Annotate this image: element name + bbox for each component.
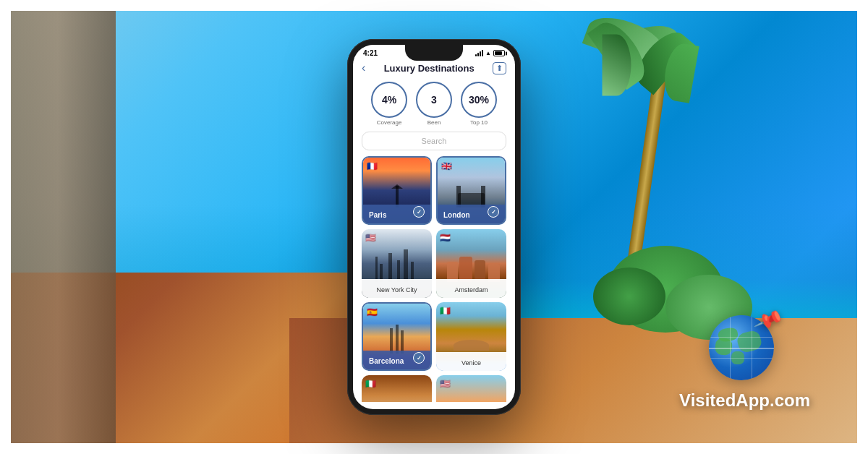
amsterdam-label: Amsterdam [436, 279, 506, 298]
stat-top10: 30% Top 10 [461, 82, 497, 126]
land-mass-3 [736, 329, 762, 354]
venice-name: Venice [461, 359, 481, 367]
been-ring: 3 [416, 82, 452, 118]
nyc-name: New York City [376, 286, 417, 294]
stat-been: 3 Been [416, 82, 452, 126]
nyc-label: New York City [362, 279, 432, 298]
phone-notch [405, 45, 463, 61]
london-name: London [443, 211, 470, 219]
rome-flag: 🇮🇹 [365, 379, 376, 389]
globe-icon: 📌 [709, 315, 781, 387]
venice-label: Venice [436, 352, 506, 371]
destination-rome[interactable]: 🇮🇹 Rome [362, 375, 432, 402]
amsterdam-flag: 🇳🇱 [440, 233, 451, 243]
destination-dubai[interactable]: 🇺🇸 Dubai [436, 375, 506, 402]
battery-fill [495, 51, 502, 55]
phone-device: 4:21 ▲ ‹ Luxury Destinations ⬆ [347, 39, 521, 415]
destination-grid: 🇫🇷 ✓ Paris 🇬🇧 ✓ [353, 156, 515, 402]
eiffel-top [391, 184, 403, 189]
paris-flag: 🇫🇷 [367, 161, 378, 171]
stat-coverage: 4% Coverage [371, 82, 407, 126]
search-bar[interactable]: Search [362, 132, 506, 150]
status-icons: ▲ [475, 50, 505, 56]
amsterdam-name: Amsterdam [454, 286, 488, 294]
phone-wrapper: 4:21 ▲ ‹ Luxury Destinations ⬆ [347, 39, 521, 415]
destination-barcelona[interactable]: 🇪🇸 ✓ Barcelona [362, 302, 432, 371]
destination-nyc[interactable]: 🇺🇸 New York City [362, 229, 432, 298]
barcelona-checkmark: ✓ [413, 352, 425, 364]
globe-equator [709, 348, 774, 349]
status-time: 4:21 [363, 49, 378, 57]
sagrada-tower2 [396, 325, 399, 354]
venice-flag: 🇮🇹 [440, 306, 451, 316]
globe-line-2 [709, 358, 774, 359]
app-title: Luxury Destinations [384, 63, 475, 74]
app-url: VisitedApp.com [679, 390, 810, 411]
london-flag: 🇬🇧 [441, 161, 452, 171]
top10-label: Top 10 [470, 119, 488, 126]
destination-venice[interactable]: 🇮🇹 Venice [436, 302, 506, 371]
signal-bars-icon [475, 50, 483, 56]
nyc-building1 [375, 257, 378, 282]
rialto-bridge [454, 340, 489, 351]
destination-amsterdam[interactable]: 🇳🇱 Amsterdam [436, 229, 506, 298]
globe-line-1 [709, 337, 774, 338]
paris-name: Paris [369, 211, 386, 219]
destination-london[interactable]: 🇬🇧 ✓ London [436, 156, 506, 225]
logo-area: 📌 VisitedApp.com [679, 315, 810, 411]
wifi-icon: ▲ [485, 50, 491, 56]
dubai-flag: 🇺🇸 [440, 379, 451, 389]
coverage-value: 4% [382, 94, 396, 106]
app-header: ‹ Luxury Destinations ⬆ [353, 59, 515, 79]
paris-checkmark: ✓ [413, 206, 425, 218]
coverage-ring: 4% [371, 82, 407, 118]
top10-ring: 30% [461, 82, 497, 118]
barcelona-name: Barcelona [369, 357, 404, 365]
been-value: 3 [431, 94, 437, 106]
nyc-building5 [404, 249, 408, 282]
sagrada-tower1 [390, 328, 393, 354]
search-placeholder: Search [422, 137, 447, 145]
been-label: Been [427, 119, 441, 126]
amsterdam-house2 [459, 257, 472, 282]
london-checkmark: ✓ [488, 206, 499, 218]
nyc-building3 [388, 253, 392, 282]
barcelona-flag: 🇪🇸 [367, 307, 378, 317]
nyc-flag: 🇺🇸 [365, 233, 376, 243]
share-button[interactable]: ⬆ [493, 62, 506, 74]
battery-icon [493, 50, 505, 56]
phone-screen: 4:21 ▲ ‹ Luxury Destinations ⬆ [353, 45, 515, 409]
stats-row: 4% Coverage 3 Been 30% Top 10 [353, 79, 515, 132]
destination-paris[interactable]: 🇫🇷 ✓ Paris [362, 156, 432, 225]
back-button[interactable]: ‹ [362, 61, 365, 74]
coverage-label: Coverage [377, 119, 402, 126]
top10-value: 30% [469, 94, 489, 106]
